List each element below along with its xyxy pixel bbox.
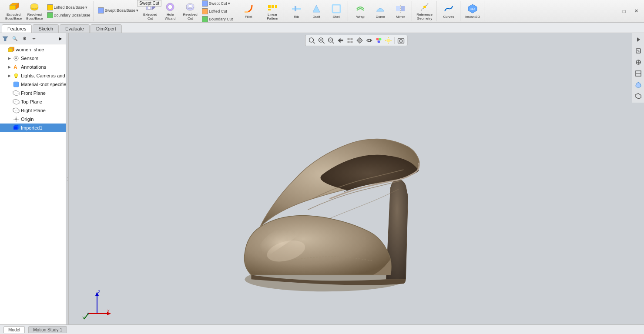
camera-button[interactable] — [397, 36, 406, 45]
hide-show-button[interactable] — [365, 36, 374, 45]
svg-rect-64 — [351, 38, 353, 40]
panel-collapse-button[interactable]: ▶ — [56, 34, 65, 43]
svg-text:Y: Y — [82, 316, 85, 320]
tree-item-right-plane[interactable]: Right Plane — [0, 106, 66, 115]
revolved-boss-button[interactable]: RevolvedBoss/Base — [24, 2, 44, 21]
hole-wizard-button[interactable]: HoleWizard — [161, 2, 180, 21]
tree-item-sensors[interactable]: ▶ Sensors — [0, 54, 66, 63]
close-button[interactable]: ✕ — [630, 6, 642, 17]
tree-item-front-plane[interactable]: Front Plane — [0, 89, 66, 97]
zoom-to-fit-button[interactable] — [308, 36, 316, 45]
svg-marker-62 — [338, 38, 343, 43]
svg-text:Z: Z — [98, 290, 101, 294]
minimize-button[interactable]: — — [606, 6, 618, 17]
origin-icon — [13, 116, 20, 123]
panel-settings-button[interactable]: ⚙ — [20, 34, 29, 43]
tab-evaluate[interactable]: Evaluate — [60, 24, 90, 33]
svg-rect-16 — [272, 5, 274, 8]
view-selector-button[interactable] — [346, 36, 355, 45]
boundary-cut-icon — [202, 16, 208, 22]
draft-button[interactable]: Draft — [307, 2, 326, 21]
fillet-button[interactable]: Fillet — [239, 2, 258, 21]
reference-group: ReferenceGeometry — [413, 1, 436, 21]
boundary-cut-button[interactable]: Boundary Cut — [201, 15, 234, 23]
feature-tree: women_shoe ▶ Sensors ▶ A Annotations — [0, 44, 66, 324]
dome-label: Dome — [376, 15, 385, 19]
wrap-button[interactable]: Wrap — [351, 2, 370, 21]
svg-point-72 — [378, 40, 380, 43]
lofted-boss-button[interactable]: Lofted Boss/Base ▾ — [46, 3, 92, 11]
wrap-icon — [355, 3, 366, 14]
curves-group: Curves — [437, 1, 460, 21]
swept-boss-button[interactable]: Swept Boss/Base ▾ — [97, 7, 140, 14]
hole-wizard-label: HoleWizard — [165, 13, 176, 21]
main-toolbar: ExtrudedBoss/Base RevolvedBoss/Base Loft… — [0, 0, 644, 23]
right-expand-button[interactable] — [634, 35, 643, 44]
filter-icon[interactable] — [1, 34, 10, 43]
viewport-toolbar — [305, 35, 408, 46]
dome-icon — [375, 3, 386, 14]
vp-separator — [395, 37, 395, 44]
panel-expand-button[interactable] — [30, 34, 38, 43]
tab-dimxpert[interactable]: DimXpert — [91, 24, 122, 33]
right-tool4-button[interactable] — [634, 80, 643, 90]
svg-line-54 — [313, 42, 315, 43]
tab-sketch[interactable]: Sketch — [33, 24, 59, 33]
lofted-cut-button[interactable]: Lofted Cut — [201, 7, 234, 15]
boundary-boss-button[interactable]: Boundary Boss/Base — [46, 11, 92, 19]
rib-icon — [291, 3, 302, 14]
svg-text:3D: 3D — [470, 7, 475, 11]
zoom-out-button[interactable] — [327, 36, 335, 45]
tab-features[interactable]: Features — [2, 24, 32, 33]
svg-marker-45 — [13, 108, 19, 113]
previous-view-button[interactable] — [336, 36, 345, 45]
panel-search-button[interactable]: 🔍 — [10, 34, 19, 43]
tree-item-material[interactable]: Material <not specified> — [0, 80, 66, 89]
zoom-in-button[interactable] — [317, 36, 326, 45]
rib-button[interactable]: Rib — [287, 2, 306, 21]
reference-geometry-button[interactable]: ReferenceGeometry — [415, 2, 434, 21]
tree-label-women-shoe: women_shoe — [16, 47, 44, 52]
shell-button[interactable]: Shell — [327, 2, 346, 21]
draft-icon — [311, 3, 322, 14]
display-style-button[interactable] — [356, 36, 364, 45]
svg-line-42 — [13, 93, 19, 94]
svg-rect-8 — [148, 7, 151, 9]
extruded-boss-button[interactable]: ExtrudedBoss/Base — [3, 2, 23, 21]
swept-cut-label2: Swept Cut — [209, 1, 227, 6]
tree-item-annotations[interactable]: ▶ A Annotations — [0, 63, 66, 71]
maximize-button[interactable]: □ — [618, 6, 630, 17]
viewport[interactable]: Z X Y — [69, 33, 644, 324]
linear-pattern-button[interactable]: LinearPattern — [263, 2, 282, 21]
svg-rect-20 — [295, 6, 296, 11]
rib-group: Rib Draft Shell — [285, 1, 348, 21]
status-tab-motion-study[interactable]: Motion Study 1 — [28, 326, 67, 333]
tree-item-top-plane[interactable]: Top Plane — [0, 97, 66, 106]
dome-button[interactable]: Dome — [371, 2, 390, 21]
swept-cut-arrow: ▾ — [228, 1, 230, 6]
scene-button[interactable] — [384, 36, 393, 45]
tree-item-women-shoe[interactable]: women_shoe — [0, 45, 66, 54]
right-tool3-button[interactable] — [634, 69, 643, 78]
right-tool5-button[interactable] — [634, 91, 643, 101]
svg-rect-66 — [351, 41, 353, 43]
swept-cut-button[interactable]: Swept Cut ▾ — [201, 0, 234, 7]
right-tool2-button[interactable] — [634, 57, 643, 67]
curves-button[interactable]: Curves — [439, 2, 458, 21]
appearance-button[interactable] — [375, 36, 383, 45]
curves-label: Curves — [443, 15, 454, 19]
swept-cut-label: Swept Cut — [137, 0, 161, 7]
right-tool1-button[interactable] — [634, 46, 643, 56]
tree-item-imported1[interactable]: Imported1 — [0, 124, 66, 132]
statusbar: Model Motion Study 1 — [0, 324, 644, 334]
revolved-cut-button[interactable]: RevolvedCut — [181, 2, 200, 21]
rib-label: Rib — [294, 15, 299, 19]
status-tab-model[interactable]: Model — [3, 326, 25, 333]
tree-item-lights[interactable]: ▶ Lights, Cameras and Scene — [0, 71, 66, 80]
fillet-group: Fillet — [237, 1, 260, 21]
instant3d-button[interactable]: 3D Instant3D — [463, 2, 482, 21]
mirror-button[interactable]: Mirror — [391, 2, 410, 21]
lofted-boss-arrow: ▾ — [85, 5, 87, 10]
svg-point-79 — [400, 40, 402, 42]
tree-item-origin[interactable]: Origin — [0, 115, 66, 124]
